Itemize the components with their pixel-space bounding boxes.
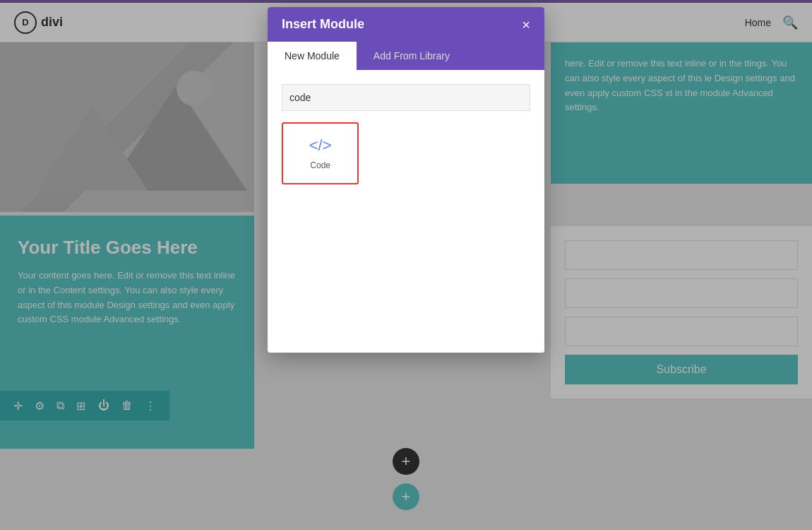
tab-add-from-library[interactable]: Add From Library bbox=[357, 42, 467, 70]
modal-tabs: New Module Add From Library bbox=[268, 42, 544, 70]
tab-new-module[interactable]: New Module bbox=[268, 42, 357, 70]
modal-header: Insert Module × bbox=[268, 7, 544, 42]
module-item-code[interactable]: </> Code bbox=[282, 122, 359, 184]
code-module-label: Code bbox=[310, 160, 330, 170]
modal-body: </> Code bbox=[268, 70, 544, 353]
modal-title: Insert Module bbox=[282, 17, 364, 32]
module-grid: </> Code bbox=[282, 122, 530, 184]
modal-overlay[interactable]: Insert Module × New Module Add From Libr… bbox=[0, 0, 812, 530]
modal-close-button[interactable]: × bbox=[522, 18, 530, 32]
code-module-icon: </> bbox=[309, 136, 332, 155]
insert-module-modal: Insert Module × New Module Add From Libr… bbox=[268, 7, 544, 353]
module-search-input[interactable] bbox=[282, 84, 530, 111]
